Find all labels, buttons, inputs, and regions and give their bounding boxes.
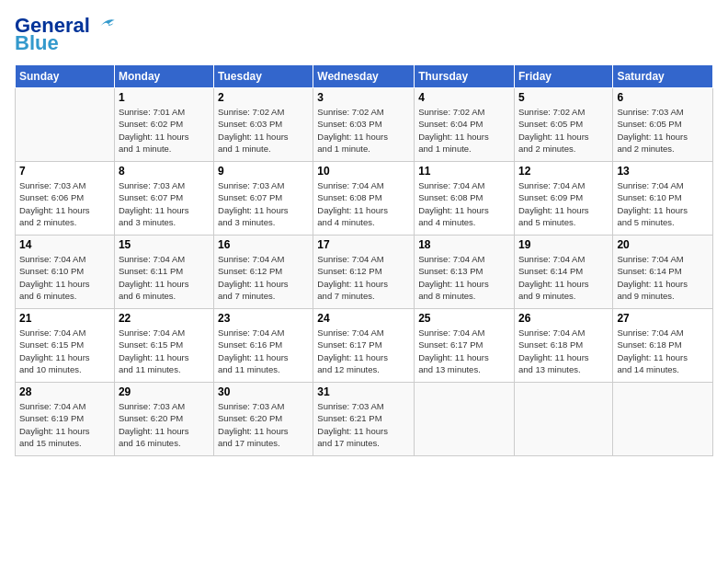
day-info: Sunrise: 7:04 AMSunset: 6:11 PMDaylight:… (119, 253, 210, 302)
day-number: 2 (218, 91, 309, 104)
day-info: Sunrise: 7:04 AMSunset: 6:09 PMDaylight:… (518, 179, 609, 228)
day-number: 10 (317, 165, 410, 178)
header: General Blue (15, 15, 713, 55)
day-number: 27 (617, 312, 709, 325)
calendar-week-row: 14Sunrise: 7:04 AMSunset: 6:10 PMDayligh… (16, 236, 713, 309)
day-info: Sunrise: 7:04 AMSunset: 6:16 PMDaylight:… (218, 327, 309, 375)
day-number: 29 (119, 385, 210, 398)
day-info: Sunrise: 7:03 AMSunset: 6:07 PMDaylight:… (119, 179, 210, 228)
calendar-cell: 30Sunrise: 7:03 AMSunset: 6:20 PMDayligh… (214, 383, 313, 456)
calendar-cell: 22Sunrise: 7:04 AMSunset: 6:15 PMDayligh… (114, 309, 213, 383)
calendar-cell: 5Sunrise: 7:02 AMSunset: 6:05 PMDaylight… (514, 88, 612, 162)
weekday-header-cell: Saturday (613, 65, 713, 88)
calendar-cell: 2Sunrise: 7:02 AMSunset: 6:03 PMDaylight… (214, 88, 313, 162)
day-number: 7 (19, 165, 110, 178)
calendar-cell: 3Sunrise: 7:02 AMSunset: 6:03 PMDaylight… (313, 88, 415, 162)
calendar-cell: 29Sunrise: 7:03 AMSunset: 6:20 PMDayligh… (114, 383, 213, 456)
calendar-week-row: 28Sunrise: 7:04 AMSunset: 6:19 PMDayligh… (16, 383, 713, 456)
calendar-cell: 1Sunrise: 7:01 AMSunset: 6:02 PMDaylight… (114, 88, 213, 162)
day-info: Sunrise: 7:04 AMSunset: 6:15 PMDaylight:… (19, 327, 110, 375)
calendar-cell: 19Sunrise: 7:04 AMSunset: 6:14 PMDayligh… (514, 236, 612, 309)
weekday-header-row: SundayMondayTuesdayWednesdayThursdayFrid… (16, 65, 713, 88)
logo: General Blue (15, 15, 116, 55)
day-number: 1 (119, 91, 210, 104)
calendar-cell: 6Sunrise: 7:03 AMSunset: 6:05 PMDaylight… (613, 88, 713, 162)
day-info: Sunrise: 7:04 AMSunset: 6:14 PMDaylight:… (518, 253, 609, 302)
weekday-header-cell: Thursday (415, 65, 515, 88)
weekday-header-cell: Wednesday (313, 65, 415, 88)
calendar-cell (613, 383, 713, 456)
day-info: Sunrise: 7:02 AMSunset: 6:03 PMDaylight:… (317, 106, 410, 155)
day-info: Sunrise: 7:04 AMSunset: 6:08 PMDaylight:… (418, 179, 510, 228)
day-number: 18 (418, 238, 510, 251)
calendar-cell: 13Sunrise: 7:04 AMSunset: 6:10 PMDayligh… (613, 162, 713, 236)
day-number: 3 (317, 91, 410, 104)
day-number: 31 (317, 385, 410, 398)
calendar-week-row: 1Sunrise: 7:01 AMSunset: 6:02 PMDaylight… (16, 88, 713, 162)
calendar-week-row: 7Sunrise: 7:03 AMSunset: 6:06 PMDaylight… (16, 162, 713, 236)
day-number: 21 (19, 312, 110, 325)
calendar-cell: 7Sunrise: 7:03 AMSunset: 6:06 PMDaylight… (16, 162, 115, 236)
day-number: 14 (19, 238, 110, 251)
day-number: 9 (218, 165, 309, 178)
calendar-cell: 18Sunrise: 7:04 AMSunset: 6:13 PMDayligh… (415, 236, 515, 309)
day-number: 6 (617, 91, 709, 104)
day-number: 28 (19, 385, 110, 398)
day-info: Sunrise: 7:04 AMSunset: 6:17 PMDaylight:… (418, 327, 510, 375)
calendar-cell (514, 383, 612, 456)
calendar-cell: 20Sunrise: 7:04 AMSunset: 6:14 PMDayligh… (613, 236, 713, 309)
calendar-cell: 21Sunrise: 7:04 AMSunset: 6:15 PMDayligh… (16, 309, 115, 383)
calendar-cell: 27Sunrise: 7:04 AMSunset: 6:18 PMDayligh… (613, 309, 713, 383)
weekday-header-cell: Monday (114, 65, 213, 88)
day-info: Sunrise: 7:04 AMSunset: 6:12 PMDaylight:… (317, 253, 410, 302)
calendar-cell (16, 88, 115, 162)
calendar-cell: 26Sunrise: 7:04 AMSunset: 6:18 PMDayligh… (514, 309, 612, 383)
day-info: Sunrise: 7:03 AMSunset: 6:06 PMDaylight:… (19, 179, 110, 228)
calendar-cell: 10Sunrise: 7:04 AMSunset: 6:08 PMDayligh… (313, 162, 415, 236)
day-number: 25 (418, 312, 510, 325)
day-info: Sunrise: 7:04 AMSunset: 6:13 PMDaylight:… (418, 253, 510, 302)
calendar-cell: 14Sunrise: 7:04 AMSunset: 6:10 PMDayligh… (16, 236, 115, 309)
day-info: Sunrise: 7:03 AMSunset: 6:20 PMDaylight:… (119, 400, 210, 449)
day-number: 15 (119, 238, 210, 251)
day-number: 16 (218, 238, 309, 251)
day-info: Sunrise: 7:02 AMSunset: 6:03 PMDaylight:… (218, 106, 309, 155)
day-info: Sunrise: 7:03 AMSunset: 6:07 PMDaylight:… (218, 179, 309, 228)
day-info: Sunrise: 7:04 AMSunset: 6:18 PMDaylight:… (617, 327, 709, 375)
day-info: Sunrise: 7:04 AMSunset: 6:18 PMDaylight:… (518, 327, 609, 375)
day-number: 22 (119, 312, 210, 325)
calendar-cell: 11Sunrise: 7:04 AMSunset: 6:08 PMDayligh… (415, 162, 515, 236)
day-number: 30 (218, 385, 309, 398)
day-info: Sunrise: 7:04 AMSunset: 6:12 PMDaylight:… (218, 253, 309, 302)
calendar-week-row: 21Sunrise: 7:04 AMSunset: 6:15 PMDayligh… (16, 309, 713, 383)
calendar-cell: 28Sunrise: 7:04 AMSunset: 6:19 PMDayligh… (16, 383, 115, 456)
calendar-cell: 25Sunrise: 7:04 AMSunset: 6:17 PMDayligh… (415, 309, 515, 383)
day-info: Sunrise: 7:01 AMSunset: 6:02 PMDaylight:… (119, 106, 210, 155)
day-info: Sunrise: 7:04 AMSunset: 6:10 PMDaylight:… (19, 253, 110, 302)
day-info: Sunrise: 7:03 AMSunset: 6:05 PMDaylight:… (617, 106, 709, 155)
calendar-cell: 16Sunrise: 7:04 AMSunset: 6:12 PMDayligh… (214, 236, 313, 309)
calendar-body: 1Sunrise: 7:01 AMSunset: 6:02 PMDaylight… (16, 88, 713, 456)
day-info: Sunrise: 7:04 AMSunset: 6:14 PMDaylight:… (617, 253, 709, 302)
day-number: 8 (119, 165, 210, 178)
day-info: Sunrise: 7:04 AMSunset: 6:10 PMDaylight:… (617, 179, 709, 228)
day-number: 17 (317, 238, 410, 251)
page-container: General Blue SundayMondayTuesdayWednesda… (0, 0, 728, 464)
day-number: 23 (218, 312, 309, 325)
calendar-cell: 24Sunrise: 7:04 AMSunset: 6:17 PMDayligh… (313, 309, 415, 383)
day-info: Sunrise: 7:04 AMSunset: 6:17 PMDaylight:… (317, 327, 410, 375)
calendar-cell: 15Sunrise: 7:04 AMSunset: 6:11 PMDayligh… (114, 236, 213, 309)
calendar-cell: 31Sunrise: 7:03 AMSunset: 6:21 PMDayligh… (313, 383, 415, 456)
day-number: 20 (617, 238, 709, 251)
day-info: Sunrise: 7:03 AMSunset: 6:21 PMDaylight:… (317, 400, 410, 449)
calendar-cell: 12Sunrise: 7:04 AMSunset: 6:09 PMDayligh… (514, 162, 612, 236)
calendar-cell: 4Sunrise: 7:02 AMSunset: 6:04 PMDaylight… (415, 88, 515, 162)
day-number: 12 (518, 165, 609, 178)
weekday-header-cell: Friday (514, 65, 612, 88)
day-number: 19 (518, 238, 609, 251)
day-number: 13 (617, 165, 709, 178)
day-info: Sunrise: 7:04 AMSunset: 6:19 PMDaylight:… (19, 400, 110, 449)
day-info: Sunrise: 7:04 AMSunset: 6:15 PMDaylight:… (119, 327, 210, 375)
day-number: 26 (518, 312, 609, 325)
day-number: 24 (317, 312, 410, 325)
